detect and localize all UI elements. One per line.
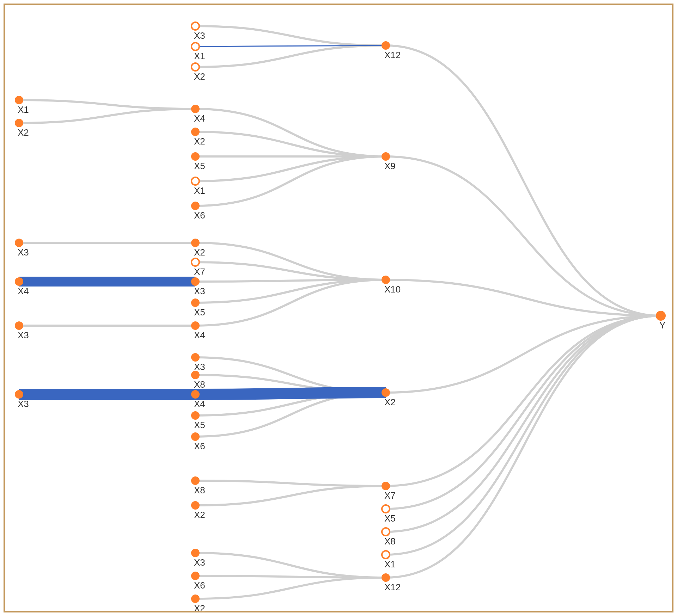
node-X3 — [15, 322, 23, 329]
node-X10 — [382, 276, 390, 284]
node-label: X2 — [194, 510, 205, 520]
node-X7 — [382, 482, 390, 490]
edge — [195, 132, 386, 156]
node-X7 — [191, 258, 199, 266]
node-X5 — [191, 153, 199, 160]
edge — [195, 262, 386, 280]
node-X1 — [382, 551, 390, 559]
node-label: X3 — [18, 247, 29, 258]
node-X4 — [191, 322, 199, 329]
node-label: X8 — [384, 536, 396, 547]
node-label: X5 — [194, 161, 205, 171]
edge — [195, 243, 386, 280]
edge — [195, 481, 386, 486]
node-X3 — [191, 278, 199, 285]
node-label: X4 — [18, 286, 29, 296]
edge — [195, 45, 386, 67]
node-label: X8 — [194, 379, 205, 390]
node-label: X9 — [384, 161, 396, 171]
edge-highlight-thick — [195, 393, 386, 394]
node-label: X4 — [194, 399, 205, 409]
node-X8 — [191, 477, 199, 485]
node-X12 — [382, 42, 390, 49]
edge — [195, 280, 386, 303]
node-label: X10 — [384, 284, 401, 295]
node-label: Y — [659, 320, 665, 331]
diagram-canvas: X1X2X3X4X3X3X3X1X2X4X2X5X1X6X2X7X3X5X4X3… — [5, 5, 672, 611]
node-X2 — [191, 501, 199, 509]
edge — [386, 45, 661, 316]
node-label: X2 — [18, 127, 29, 138]
node-X3 — [191, 549, 199, 557]
node-label: X3 — [18, 399, 29, 409]
node-X1 — [191, 43, 199, 50]
node-X3 — [191, 353, 199, 361]
node-label: X3 — [194, 30, 205, 41]
node-label: X2 — [194, 603, 205, 611]
edge — [386, 316, 661, 532]
node-label: X8 — [194, 485, 205, 495]
node-Y — [656, 311, 665, 320]
edge — [19, 109, 195, 123]
edge — [195, 553, 386, 578]
edge — [195, 578, 386, 599]
node-label: X6 — [194, 210, 205, 221]
node-label: X1 — [194, 185, 205, 196]
node-X3 — [15, 390, 23, 398]
edge — [386, 316, 661, 393]
node-X8 — [382, 528, 390, 536]
edge — [195, 26, 386, 45]
node-X4 — [15, 278, 23, 285]
node-label: X5 — [384, 513, 396, 524]
node-X6 — [191, 433, 199, 441]
node-X3 — [191, 22, 199, 30]
node-label: X2 — [194, 136, 205, 147]
node-X4 — [191, 105, 199, 113]
node-X2 — [191, 63, 199, 71]
node-label: X1 — [384, 559, 396, 569]
node-label: X6 — [194, 580, 205, 591]
node-X2 — [191, 239, 199, 247]
node-X5 — [191, 412, 199, 419]
node-X2 — [191, 595, 199, 603]
node-label: X2 — [194, 247, 205, 258]
node-label: X4 — [194, 113, 205, 124]
node-label: X3 — [194, 557, 205, 568]
node-label: X1 — [194, 51, 205, 61]
node-X6 — [191, 572, 199, 580]
node-X2 — [15, 119, 23, 127]
node-label: X7 — [384, 490, 396, 501]
node-X5 — [191, 299, 199, 307]
node-X1 — [15, 96, 23, 104]
node-X12 — [382, 574, 390, 581]
node-label: X12 — [384, 50, 401, 60]
edge — [386, 316, 661, 555]
edge — [195, 156, 386, 181]
node-label: X4 — [194, 330, 205, 340]
edge — [19, 100, 195, 109]
node-X2 — [191, 128, 199, 136]
node-label: X1 — [18, 104, 29, 115]
edge — [195, 486, 386, 505]
node-label: X2 — [384, 397, 396, 407]
node-label: X5 — [194, 307, 205, 318]
node-X8 — [191, 371, 199, 379]
node-label: X12 — [384, 582, 401, 592]
edge — [386, 316, 661, 486]
node-X2 — [382, 389, 390, 396]
node-X4 — [191, 390, 199, 398]
node-label: X6 — [194, 441, 205, 451]
node-X5 — [382, 505, 390, 513]
node-label: X2 — [194, 71, 205, 82]
node-label: X3 — [194, 286, 205, 296]
node-label: X3 — [194, 362, 205, 372]
node-X6 — [191, 202, 199, 210]
node-label: X5 — [194, 420, 205, 430]
node-label: X7 — [194, 266, 205, 277]
node-X3 — [15, 239, 23, 247]
node-X1 — [191, 177, 199, 185]
node-label: X3 — [18, 330, 29, 340]
node-X9 — [382, 153, 390, 160]
